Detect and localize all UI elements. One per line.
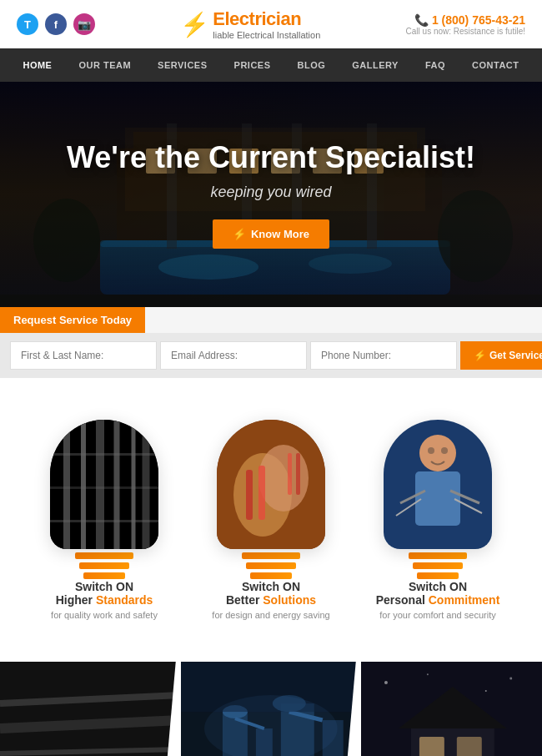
svg-point-81 [485, 690, 487, 692]
bulb-2 [208, 420, 334, 570]
service-form: ⚡ Get Service [0, 333, 542, 378]
bulb-strip-2c [250, 572, 292, 579]
svg-rect-50 [0, 662, 181, 756]
feature-1-desc: for quality work and safety [51, 610, 158, 620]
svg-rect-38 [258, 466, 265, 520]
instagram-icon[interactable]: 📷 [73, 13, 95, 35]
service-areas: Commercial More Info Industrial More Inf… [0, 662, 542, 756]
svg-point-82 [427, 673, 429, 675]
email-input[interactable] [160, 341, 307, 370]
bulb-strip-2b [246, 562, 296, 569]
hero-title: We're the Current Specialist! [67, 140, 475, 174]
nav-prices[interactable]: PRICES [221, 48, 284, 82]
hero-subtitle: keeping you wired [67, 184, 475, 201]
bulb-3 [375, 420, 500, 570]
bulb-base-2 [208, 552, 334, 579]
nav-home[interactable]: HOME [9, 48, 65, 82]
svg-point-79 [384, 681, 388, 684]
feature-standards: Switch ON Higher Standards for quality w… [33, 420, 175, 620]
top-bar: T f 📷 ⚡ Electrician liable Electrical In… [0, 0, 542, 48]
bulb-3-image [384, 420, 492, 549]
svg-rect-32 [50, 520, 158, 522]
svg-rect-14 [0, 295, 542, 307]
svg-point-13 [309, 254, 392, 274]
residential-area[interactable]: Residential More Info [361, 662, 542, 756]
svg-point-80 [510, 678, 513, 680]
bulb-strip-3c [417, 572, 459, 579]
logo-name: Electrician [213, 8, 320, 30]
bulb-base-1 [42, 552, 167, 579]
hero-section: We're the Current Specialist! keeping yo… [0, 82, 542, 307]
phone-area: 📞 1 (800) 765-43-21 Call us now: Resista… [406, 13, 525, 36]
logo-tagline: liable Electrical Installation [213, 30, 320, 40]
feature-2-desc: for design and energy saving [212, 610, 329, 620]
bulb-1-image [50, 420, 158, 549]
get-service-icon: ⚡ [474, 350, 486, 361]
feature-3-title: Switch ON Personal Commitment [376, 580, 500, 607]
get-service-button[interactable]: ⚡ Get Service [460, 341, 542, 370]
nav-faq[interactable]: FAQ [412, 48, 459, 82]
svg-point-12 [158, 255, 258, 280]
svg-point-44 [428, 447, 434, 454]
bulb-strip-2a [242, 552, 300, 559]
nav-blog[interactable]: BLOG [284, 48, 339, 82]
nav-services[interactable]: SERVICES [144, 48, 220, 82]
commercial-bg [0, 662, 181, 756]
svg-point-45 [441, 447, 448, 454]
facebook-icon[interactable]: f [45, 13, 67, 35]
nav-our-team[interactable]: OUR TEAM [65, 48, 144, 82]
features-section: Switch ON Higher Standards for quality w… [0, 378, 542, 662]
logo-e: E [213, 8, 224, 29]
industrial-bg [181, 662, 362, 756]
hero-content: We're the Current Specialist! keeping yo… [67, 140, 475, 248]
svg-rect-40 [296, 453, 300, 495]
request-service-bar[interactable]: Request Service Today [0, 307, 145, 333]
first-name-input[interactable] [10, 341, 157, 370]
bulb-shape-1 [50, 420, 158, 549]
social-icons: T f 📷 [17, 13, 95, 35]
bulb-strip-3b [413, 562, 463, 569]
svg-rect-39 [288, 453, 292, 495]
logo-text: Electrician liable Electrical Installati… [213, 8, 320, 40]
svg-rect-74 [419, 737, 444, 756]
feature-2-title: Switch ON Better Solutions [226, 580, 316, 607]
twitter-icon[interactable]: T [17, 13, 38, 35]
svg-rect-10 [100, 240, 450, 295]
feature-solutions: Switch ON Better Solutions for design an… [200, 420, 342, 620]
bulb-strip-1b [79, 562, 129, 569]
bulb-strip-1a [75, 552, 133, 559]
phone-number: 📞 1 (800) 765-43-21 [406, 13, 525, 27]
nav-contact[interactable]: CONTACT [459, 48, 532, 82]
svg-rect-75 [457, 737, 482, 756]
svg-rect-43 [415, 471, 460, 526]
phone-icon: 📞 [414, 13, 429, 27]
svg-point-36 [258, 445, 309, 512]
main-nav: HOME OUR TEAM SERVICES PRICES BLOG GALLE… [0, 48, 542, 82]
bulb-2-image [217, 420, 325, 549]
commercial-area[interactable]: Commercial More Info [0, 662, 181, 756]
svg-rect-37 [246, 470, 253, 520]
feature-1-title: Switch ON Higher Standards [56, 580, 153, 607]
residential-bg [361, 662, 542, 756]
feature-commitment: Switch ON Personal Commitment for your c… [367, 420, 509, 620]
nav-gallery[interactable]: GALLERY [339, 48, 412, 82]
svg-rect-30 [50, 453, 158, 456]
bulb-shape-3 [384, 420, 492, 549]
svg-rect-31 [50, 486, 158, 489]
phone-input[interactable] [310, 341, 457, 370]
feature-3-desc: for your comfort and security [379, 610, 495, 620]
industrial-area[interactable]: Industrial More Info [181, 662, 362, 756]
bulb-shape-2 [217, 420, 325, 549]
phone-tagline: Call us now: Resistance is futile! [406, 27, 525, 36]
bulb-strip-1c [83, 572, 125, 579]
know-more-button[interactable]: ⚡ Know More [213, 219, 329, 249]
service-form-section: Request Service Today ⚡ Get Service [0, 307, 542, 378]
know-more-icon: ⚡ [233, 228, 246, 240]
svg-point-42 [419, 435, 456, 471]
bulb-1 [42, 420, 167, 570]
logo: ⚡ Electrician liable Electrical Installa… [180, 8, 320, 40]
bulb-base-3 [375, 552, 500, 579]
logo-bolt-icon: ⚡ [180, 11, 209, 38]
bulb-strip-3a [409, 552, 467, 559]
